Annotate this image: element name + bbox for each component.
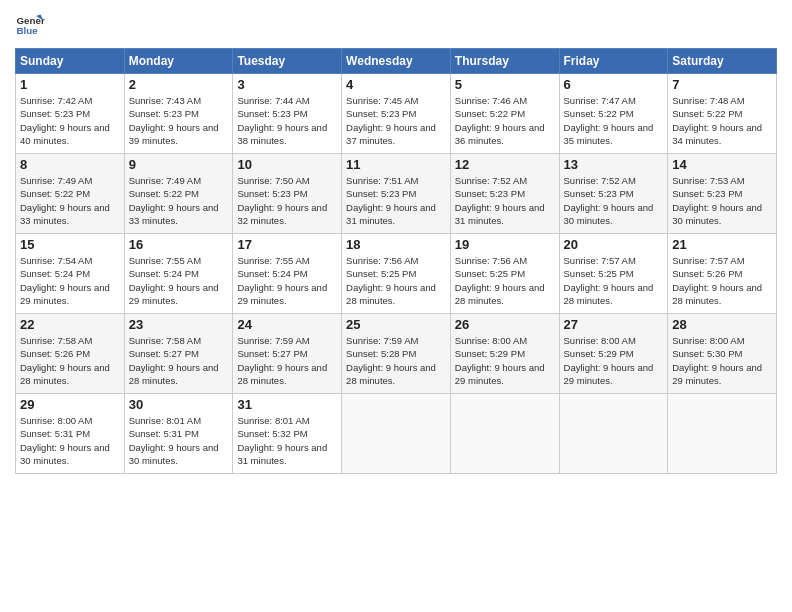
day-number: 20 — [564, 237, 664, 252]
day-info: Sunrise: 8:00 AM Sunset: 5:30 PM Dayligh… — [672, 334, 772, 387]
calendar-table: SundayMondayTuesdayWednesdayThursdayFrid… — [15, 48, 777, 474]
day-info: Sunrise: 7:44 AM Sunset: 5:23 PM Dayligh… — [237, 94, 337, 147]
weekday-header-wednesday: Wednesday — [342, 49, 451, 74]
day-info: Sunrise: 7:51 AM Sunset: 5:23 PM Dayligh… — [346, 174, 446, 227]
day-number: 10 — [237, 157, 337, 172]
calendar-cell: 12Sunrise: 7:52 AM Sunset: 5:23 PM Dayli… — [450, 154, 559, 234]
calendar-cell: 19Sunrise: 7:56 AM Sunset: 5:25 PM Dayli… — [450, 234, 559, 314]
logo-icon: General Blue — [15, 10, 45, 40]
day-number: 12 — [455, 157, 555, 172]
calendar-week-row: 22Sunrise: 7:58 AM Sunset: 5:26 PM Dayli… — [16, 314, 777, 394]
day-number: 24 — [237, 317, 337, 332]
day-number: 6 — [564, 77, 664, 92]
day-info: Sunrise: 7:55 AM Sunset: 5:24 PM Dayligh… — [129, 254, 229, 307]
day-info: Sunrise: 7:58 AM Sunset: 5:26 PM Dayligh… — [20, 334, 120, 387]
calendar-cell: 31Sunrise: 8:01 AM Sunset: 5:32 PM Dayli… — [233, 394, 342, 474]
calendar-cell: 30Sunrise: 8:01 AM Sunset: 5:31 PM Dayli… — [124, 394, 233, 474]
day-number: 21 — [672, 237, 772, 252]
day-info: Sunrise: 7:52 AM Sunset: 5:23 PM Dayligh… — [564, 174, 664, 227]
day-info: Sunrise: 8:00 AM Sunset: 5:29 PM Dayligh… — [564, 334, 664, 387]
day-number: 3 — [237, 77, 337, 92]
calendar-cell: 10Sunrise: 7:50 AM Sunset: 5:23 PM Dayli… — [233, 154, 342, 234]
day-number: 13 — [564, 157, 664, 172]
calendar-cell: 9Sunrise: 7:49 AM Sunset: 5:22 PM Daylig… — [124, 154, 233, 234]
calendar-cell: 18Sunrise: 7:56 AM Sunset: 5:25 PM Dayli… — [342, 234, 451, 314]
calendar-cell: 4Sunrise: 7:45 AM Sunset: 5:23 PM Daylig… — [342, 74, 451, 154]
calendar-cell — [342, 394, 451, 474]
calendar-cell: 17Sunrise: 7:55 AM Sunset: 5:24 PM Dayli… — [233, 234, 342, 314]
calendar-cell: 20Sunrise: 7:57 AM Sunset: 5:25 PM Dayli… — [559, 234, 668, 314]
calendar-cell: 6Sunrise: 7:47 AM Sunset: 5:22 PM Daylig… — [559, 74, 668, 154]
calendar-cell: 1Sunrise: 7:42 AM Sunset: 5:23 PM Daylig… — [16, 74, 125, 154]
calendar-cell: 23Sunrise: 7:58 AM Sunset: 5:27 PM Dayli… — [124, 314, 233, 394]
day-number: 30 — [129, 397, 229, 412]
day-info: Sunrise: 7:49 AM Sunset: 5:22 PM Dayligh… — [20, 174, 120, 227]
day-number: 9 — [129, 157, 229, 172]
day-info: Sunrise: 7:58 AM Sunset: 5:27 PM Dayligh… — [129, 334, 229, 387]
page-header: General Blue — [15, 10, 777, 40]
weekday-header-tuesday: Tuesday — [233, 49, 342, 74]
day-number: 15 — [20, 237, 120, 252]
calendar-cell: 29Sunrise: 8:00 AM Sunset: 5:31 PM Dayli… — [16, 394, 125, 474]
weekday-header-monday: Monday — [124, 49, 233, 74]
day-number: 23 — [129, 317, 229, 332]
calendar-cell: 22Sunrise: 7:58 AM Sunset: 5:26 PM Dayli… — [16, 314, 125, 394]
day-info: Sunrise: 7:50 AM Sunset: 5:23 PM Dayligh… — [237, 174, 337, 227]
day-number: 11 — [346, 157, 446, 172]
day-info: Sunrise: 7:59 AM Sunset: 5:28 PM Dayligh… — [346, 334, 446, 387]
weekday-header-sunday: Sunday — [16, 49, 125, 74]
day-info: Sunrise: 7:56 AM Sunset: 5:25 PM Dayligh… — [455, 254, 555, 307]
day-info: Sunrise: 7:46 AM Sunset: 5:22 PM Dayligh… — [455, 94, 555, 147]
calendar-week-row: 29Sunrise: 8:00 AM Sunset: 5:31 PM Dayli… — [16, 394, 777, 474]
day-info: Sunrise: 7:48 AM Sunset: 5:22 PM Dayligh… — [672, 94, 772, 147]
calendar-week-row: 15Sunrise: 7:54 AM Sunset: 5:24 PM Dayli… — [16, 234, 777, 314]
calendar-cell: 26Sunrise: 8:00 AM Sunset: 5:29 PM Dayli… — [450, 314, 559, 394]
calendar-cell: 13Sunrise: 7:52 AM Sunset: 5:23 PM Dayli… — [559, 154, 668, 234]
calendar-cell: 27Sunrise: 8:00 AM Sunset: 5:29 PM Dayli… — [559, 314, 668, 394]
day-info: Sunrise: 7:47 AM Sunset: 5:22 PM Dayligh… — [564, 94, 664, 147]
day-number: 22 — [20, 317, 120, 332]
calendar-cell: 2Sunrise: 7:43 AM Sunset: 5:23 PM Daylig… — [124, 74, 233, 154]
calendar-cell: 11Sunrise: 7:51 AM Sunset: 5:23 PM Dayli… — [342, 154, 451, 234]
day-info: Sunrise: 8:00 AM Sunset: 5:31 PM Dayligh… — [20, 414, 120, 467]
day-number: 14 — [672, 157, 772, 172]
calendar-week-row: 1Sunrise: 7:42 AM Sunset: 5:23 PM Daylig… — [16, 74, 777, 154]
day-number: 27 — [564, 317, 664, 332]
day-info: Sunrise: 7:57 AM Sunset: 5:25 PM Dayligh… — [564, 254, 664, 307]
day-number: 4 — [346, 77, 446, 92]
day-info: Sunrise: 8:01 AM Sunset: 5:31 PM Dayligh… — [129, 414, 229, 467]
day-info: Sunrise: 7:56 AM Sunset: 5:25 PM Dayligh… — [346, 254, 446, 307]
weekday-header-friday: Friday — [559, 49, 668, 74]
day-info: Sunrise: 7:55 AM Sunset: 5:24 PM Dayligh… — [237, 254, 337, 307]
day-info: Sunrise: 7:59 AM Sunset: 5:27 PM Dayligh… — [237, 334, 337, 387]
day-number: 5 — [455, 77, 555, 92]
logo: General Blue — [15, 10, 45, 40]
calendar-cell — [668, 394, 777, 474]
day-number: 28 — [672, 317, 772, 332]
day-number: 16 — [129, 237, 229, 252]
day-info: Sunrise: 7:53 AM Sunset: 5:23 PM Dayligh… — [672, 174, 772, 227]
calendar-cell: 3Sunrise: 7:44 AM Sunset: 5:23 PM Daylig… — [233, 74, 342, 154]
day-info: Sunrise: 7:45 AM Sunset: 5:23 PM Dayligh… — [346, 94, 446, 147]
day-number: 17 — [237, 237, 337, 252]
day-info: Sunrise: 7:42 AM Sunset: 5:23 PM Dayligh… — [20, 94, 120, 147]
calendar-cell: 16Sunrise: 7:55 AM Sunset: 5:24 PM Dayli… — [124, 234, 233, 314]
weekday-header-saturday: Saturday — [668, 49, 777, 74]
day-number: 18 — [346, 237, 446, 252]
calendar-week-row: 8Sunrise: 7:49 AM Sunset: 5:22 PM Daylig… — [16, 154, 777, 234]
day-number: 19 — [455, 237, 555, 252]
day-info: Sunrise: 7:54 AM Sunset: 5:24 PM Dayligh… — [20, 254, 120, 307]
day-info: Sunrise: 8:00 AM Sunset: 5:29 PM Dayligh… — [455, 334, 555, 387]
calendar-cell: 25Sunrise: 7:59 AM Sunset: 5:28 PM Dayli… — [342, 314, 451, 394]
day-number: 31 — [237, 397, 337, 412]
day-number: 8 — [20, 157, 120, 172]
calendar-cell: 14Sunrise: 7:53 AM Sunset: 5:23 PM Dayli… — [668, 154, 777, 234]
day-number: 7 — [672, 77, 772, 92]
day-number: 26 — [455, 317, 555, 332]
calendar-cell — [559, 394, 668, 474]
calendar-cell: 21Sunrise: 7:57 AM Sunset: 5:26 PM Dayli… — [668, 234, 777, 314]
calendar-cell: 7Sunrise: 7:48 AM Sunset: 5:22 PM Daylig… — [668, 74, 777, 154]
weekday-header-row: SundayMondayTuesdayWednesdayThursdayFrid… — [16, 49, 777, 74]
day-number: 25 — [346, 317, 446, 332]
day-number: 29 — [20, 397, 120, 412]
